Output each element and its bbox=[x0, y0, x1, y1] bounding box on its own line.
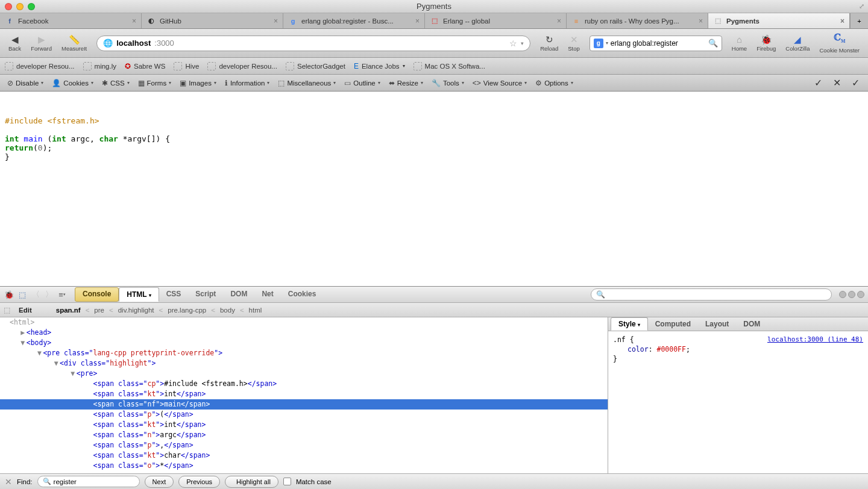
side-tab-dom[interactable]: DOM bbox=[736, 318, 767, 330]
disclosure-triangle-icon[interactable] bbox=[86, 420, 93, 430]
webdev-check-button[interactable]: ✓ bbox=[848, 77, 863, 89]
tab-net[interactable]: Net bbox=[254, 287, 280, 302]
disclosure-triangle-icon[interactable]: ▼ bbox=[69, 369, 77, 379]
webdev-outline[interactable]: ▭Outline▾ bbox=[342, 79, 382, 87]
dom-tree-node[interactable]: <span class="kt">int</span> bbox=[0, 389, 608, 399]
webdev-check-button[interactable]: ✓ bbox=[811, 77, 826, 89]
tab-close-icon[interactable]: × bbox=[699, 17, 703, 25]
disclosure-triangle-icon[interactable] bbox=[86, 399, 93, 410]
browser-tab[interactable]: ⬚Erlang -- global× bbox=[425, 13, 567, 28]
stop-button[interactable]: ✕Stop bbox=[563, 34, 585, 53]
search-input[interactable] bbox=[611, 39, 706, 48]
disclosure-triangle-icon[interactable]: ▼ bbox=[36, 348, 43, 358]
disclosure-triangle-icon[interactable] bbox=[86, 410, 93, 420]
dom-tree-node[interactable]: ▼<pre class="lang-cpp prettyprint-overri… bbox=[0, 348, 608, 358]
dom-tree-node[interactable]: <span class="kt">char</span> bbox=[0, 450, 608, 461]
firebug-button[interactable]: 🐞Firebug bbox=[752, 34, 781, 53]
disclosure-triangle-icon[interactable] bbox=[2, 317, 10, 328]
edit-button[interactable]: Edit bbox=[15, 307, 36, 314]
tab-close-icon[interactable]: × bbox=[274, 17, 278, 25]
minimize-window-button[interactable] bbox=[16, 3, 24, 10]
tab-css[interactable]: CSS bbox=[159, 287, 189, 302]
bookmark-item[interactable]: ming.ly bbox=[83, 62, 116, 70]
tab-close-icon[interactable]: × bbox=[415, 17, 420, 25]
fullscreen-icon[interactable]: ⤢ bbox=[859, 2, 864, 10]
new-tab-button[interactable]: + bbox=[850, 13, 868, 28]
forward-button[interactable]: ▶Forward bbox=[26, 34, 57, 53]
browser-tab[interactable]: ⬚Pygments× bbox=[708, 13, 850, 28]
crumb[interactable]: div.highlight bbox=[118, 307, 154, 314]
dom-tree-node[interactable]: ▼<pre> bbox=[0, 369, 608, 379]
firebug-css-rules[interactable]: localhost:3000 (line 48).nf { color: #00… bbox=[608, 331, 868, 367]
bookmark-item[interactable]: Mac OS X Softwa... bbox=[414, 62, 485, 70]
dom-tree-node[interactable]: <span class="o">*</span> bbox=[0, 461, 608, 471]
disclosure-triangle-icon[interactable]: ▼ bbox=[19, 338, 27, 348]
dom-tree-node[interactable]: ▼<body> bbox=[0, 338, 608, 348]
webdev-css[interactable]: ✱CSS▾ bbox=[99, 79, 132, 87]
tab-close-icon[interactable]: × bbox=[132, 17, 136, 25]
dom-tree-node[interactable]: <span class="nf">main</span> bbox=[0, 399, 608, 410]
edit-mode-icon[interactable]: ⬚ bbox=[4, 306, 10, 314]
webdev-resize[interactable]: ⬌Resize▾ bbox=[386, 79, 426, 87]
firebug-logo-icon[interactable]: 🐞 bbox=[4, 289, 14, 300]
disclosure-triangle-icon[interactable] bbox=[86, 450, 93, 461]
tab-cookies[interactable]: Cookies bbox=[281, 287, 324, 302]
tab-close-icon[interactable]: × bbox=[840, 17, 844, 25]
webdev-tools[interactable]: 🔧Tools▾ bbox=[429, 79, 467, 87]
tab-script[interactable]: Script bbox=[188, 287, 223, 302]
webdev-view-source[interactable]: <>View Source▾ bbox=[470, 79, 529, 87]
close-panel-button[interactable] bbox=[857, 291, 864, 298]
webdev-close-button[interactable]: ✕ bbox=[829, 77, 844, 89]
cookiemonster-button[interactable]: ℂMCookie Monster bbox=[814, 31, 864, 55]
firebug-search[interactable]: 🔍 bbox=[591, 288, 832, 301]
webdev-miscellaneous[interactable]: ⬚Miscellaneous▾ bbox=[275, 79, 338, 87]
browser-tab[interactable]: gerlang global:register - Busc...× bbox=[283, 13, 425, 28]
find-input-wrapper[interactable]: 🔍register bbox=[37, 476, 140, 487]
crumb[interactable]: body bbox=[220, 307, 235, 314]
disclosure-triangle-icon[interactable] bbox=[86, 461, 93, 471]
measureit-button[interactable]: 📏MeasureIt bbox=[57, 34, 92, 53]
highlight-all-button[interactable]: Highlight all bbox=[225, 476, 278, 488]
crumb[interactable]: pre bbox=[94, 307, 104, 314]
dom-tree-node[interactable]: <span class="kt">int</span> bbox=[0, 420, 608, 430]
nav-back-icon[interactable]: 〈 bbox=[30, 289, 41, 300]
inspect-icon[interactable]: ⬚ bbox=[17, 289, 28, 300]
webdev-forms[interactable]: ▦Forms▾ bbox=[136, 79, 174, 87]
url-bar[interactable]: 🌐 localhost:3000 ☆ ▾ bbox=[96, 36, 530, 51]
browser-tab[interactable]: ◐GitHub× bbox=[142, 13, 283, 28]
find-prev-button[interactable]: Previous bbox=[178, 476, 220, 488]
dom-tree-node[interactable]: <span class="n">argc</span> bbox=[0, 430, 608, 440]
search-dropdown-icon[interactable]: ▾ bbox=[606, 40, 608, 46]
dom-tree-node[interactable]: <span class="cp">#include <fstream.h></s… bbox=[0, 379, 608, 389]
bookmark-item[interactable]: Hive bbox=[174, 62, 199, 70]
disclosure-triangle-icon[interactable] bbox=[86, 430, 93, 440]
reload-button[interactable]: ↻Reload bbox=[535, 34, 563, 53]
url-dropdown-icon[interactable]: ▾ bbox=[521, 40, 524, 46]
side-tab-computed[interactable]: Computed bbox=[648, 318, 698, 330]
close-findbar-button[interactable]: ✕ bbox=[5, 477, 12, 487]
dom-tree-node[interactable]: <span class="p">(</span> bbox=[0, 410, 608, 420]
disclosure-triangle-icon[interactable] bbox=[86, 440, 93, 450]
side-tab-layout[interactable]: Layout bbox=[698, 318, 736, 330]
side-tab-style[interactable]: Style▾ bbox=[611, 317, 648, 331]
bookmark-star-icon[interactable]: ☆ bbox=[509, 39, 517, 48]
bookmark-item[interactable]: developer Resou... bbox=[5, 62, 75, 70]
tab-dom[interactable]: DOM bbox=[223, 287, 254, 302]
tab-close-icon[interactable]: × bbox=[557, 17, 561, 25]
firebug-html-tree[interactable]: <html> ▶<head> ▼<body> ▼<pre class="lang… bbox=[0, 317, 608, 489]
zoom-window-button[interactable] bbox=[28, 3, 35, 10]
home-button[interactable]: ⌂Home bbox=[727, 34, 752, 53]
disclosure-triangle-icon[interactable] bbox=[86, 379, 93, 389]
find-next-button[interactable]: Next bbox=[145, 476, 174, 488]
crumb[interactable]: pre.lang-cpp bbox=[168, 307, 206, 314]
detach-panel-button[interactable] bbox=[848, 291, 855, 298]
disclosure-triangle-icon[interactable]: ▼ bbox=[52, 358, 60, 369]
back-button[interactable]: ◀Back bbox=[4, 34, 26, 53]
webdev-information[interactable]: ℹInformation▾ bbox=[222, 79, 272, 87]
dom-tree-node[interactable]: ▼<div class="highlight"> bbox=[0, 358, 608, 369]
crumb[interactable]: html bbox=[249, 307, 262, 314]
disclosure-triangle-icon[interactable] bbox=[86, 389, 93, 399]
browser-tab[interactable]: ≡ruby on rails - Why does Pyg...× bbox=[567, 13, 708, 28]
disclosure-triangle-icon[interactable]: ▶ bbox=[19, 328, 27, 338]
webdev-images[interactable]: ▣Images▾ bbox=[177, 79, 219, 87]
